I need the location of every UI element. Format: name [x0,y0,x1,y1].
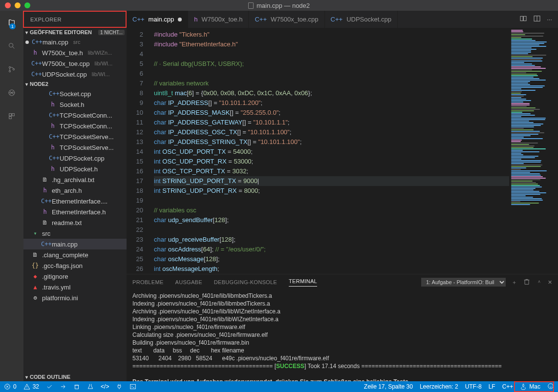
svg-rect-7 [9,117,12,119]
file-type-icon: h [41,208,49,215]
file-item[interactable]: C++TCPSocketServe... [23,131,127,142]
panel-tab[interactable]: DEBUGGING-KONSOLE [214,279,277,285]
file-item[interactable]: ▲.travis.yml [23,282,127,292]
file-item[interactable]: 🗎readme.txt [23,217,127,228]
code-outline-header[interactable]: ▾CODE OUTLINE [23,372,127,381]
file-item[interactable]: ◆.gitignore [23,271,127,282]
file-name: W7500x_toe.h [42,49,83,57]
file-name: readme.txt [52,219,82,227]
status-trash-icon[interactable] [73,383,80,390]
status-feedback-icon[interactable] [547,383,554,391]
file-type-icon: h [31,49,39,56]
editor-tab[interactable]: C++W7500x_toe.cpp [249,11,324,28]
extensions-icon[interactable] [6,110,18,122]
close-traffic-light[interactable] [5,2,11,8]
file-item[interactable]: C++main.cpp [23,239,127,249]
panel-tab[interactable]: TERMINAL [289,278,317,287]
folder-item[interactable]: ▾src [23,228,127,239]
panel-tab[interactable]: AUSGABE [175,279,202,285]
file-name: TCPSocketServe... [60,133,114,141]
file-name: .hg_archival.txt [52,176,94,184]
status-plug-icon[interactable] [116,383,123,390]
file-type-icon: h [194,16,197,23]
terminal-selector[interactable]: 1: Aufgabe - PlatformIO: Buil [421,278,506,287]
file-item[interactable]: C++EthernetInterface.... [23,196,127,206]
file-item[interactable]: hUDPSocket.h [23,164,127,174]
open-editor-item[interactable]: C++main.cppsrc [23,37,127,47]
source-control-icon[interactable] [6,63,18,75]
file-item[interactable]: heth_arch.h [23,185,127,196]
svg-rect-6 [12,114,15,116]
status-target[interactable]: Mac [520,383,540,390]
status-encoding[interactable]: UTF-8 [465,383,482,390]
file-item[interactable]: hSocket.h [23,99,127,110]
file-name: EthernetInterface.h [52,208,106,216]
file-name: Socket.h [60,101,85,108]
file-item[interactable]: 🗎.hg_archival.txt [23,174,127,185]
maximize-panel-icon[interactable]: ＾ [537,279,542,286]
file-item[interactable]: C++UDPSocket.cpp [23,153,127,164]
open-editors-header[interactable]: ▾GEÖFFNETE EDITOREN1 NICHT... [23,28,127,37]
close-panel-icon[interactable]: ✕ [548,279,552,286]
bottom-panel: PROBLEMEAUSGABEDEBUGGING-KONSOLETERMINAL… [127,274,558,381]
modified-dot-icon [25,41,29,44]
file-item[interactable]: C++Socket.cpp [23,88,127,99]
status-warnings[interactable]: 32 [23,383,39,390]
line-gutter: 2345678910111213141516171819202122232425… [127,28,150,274]
split-editor-icon[interactable] [533,15,541,24]
file-type-icon: C++ [255,16,267,23]
file-item[interactable]: 🗎.clang_complete [23,249,127,260]
file-name: UDPSocket.h [60,165,98,173]
file-item[interactable]: {}.gcc-flags.json [23,260,127,271]
tab-label: W7500x_toe.h [202,16,243,23]
svg-rect-8 [520,16,523,21]
status-code-icon[interactable]: </> [101,383,109,390]
file-type-icon: C++ [31,71,39,78]
file-item[interactable]: hTCPSocketServe... [23,142,127,153]
status-beaker-icon[interactable] [87,383,94,390]
file-name: UDPSocket.cpp [42,71,87,78]
search-icon[interactable] [6,40,18,52]
file-type-icon: h [49,165,57,172]
status-language[interactable]: C++ [502,383,514,390]
file-type-icon: C++ [41,241,49,248]
open-editor-item[interactable]: C++UDPSocket.cpplib/WI... [23,69,127,80]
status-eol[interactable]: LF [489,383,495,390]
file-path: lib/WI... [95,61,113,66]
file-item[interactable]: hEthernetInterface.h [23,206,127,217]
editor-tab[interactable]: C++main.cpp [127,11,188,28]
kill-terminal-icon[interactable] [523,278,531,287]
minimap[interactable] [509,28,558,274]
editor-tabs: C++main.cpphW7500x_toe.hC++W7500x_toe.cp… [127,11,558,28]
maximize-traffic-light[interactable] [24,2,30,8]
status-cursor[interactable]: Zeile 17, Spalte 30 [364,383,413,390]
file-type-icon: C++ [331,16,343,23]
file-item[interactable]: C++TCPSocketConn... [23,110,127,121]
open-editor-item[interactable]: C++W7500x_toe.cpplib/WI... [23,58,127,69]
minimize-traffic-light[interactable] [15,2,21,8]
workspace-root-header[interactable]: ▾NODE2 [23,80,127,88]
file-name: platformio.ini [42,294,78,302]
file-item[interactable]: hTCPSocketConn... [23,121,127,131]
panel-tab[interactable]: PROBLEME [132,279,164,285]
status-terminal-icon[interactable] [129,383,136,390]
code-editor[interactable]: #include "Tickers.h"#include "EthernetIn… [150,28,509,274]
svg-point-3 [13,68,14,70]
compare-icon[interactable] [519,15,527,24]
status-build-tick-icon[interactable] [46,383,53,390]
file-type-icon: ⚙ [31,294,39,301]
new-terminal-icon[interactable]: ＋ [512,279,517,286]
svg-rect-9 [524,16,526,21]
editor-tab[interactable]: hW7500x_toe.h [188,11,249,28]
terminal-output[interactable]: Archiving .pioenvs/nucleo_f401re/lib/lib… [127,290,558,381]
status-indent[interactable]: Leerzeichen: 2 [420,383,458,390]
more-icon[interactable]: ··· [547,16,552,23]
titlebar: main.cpp — node2 [0,0,558,11]
open-editor-item[interactable]: hW7500x_toe.hlib/WIZn... [23,47,127,58]
debug-icon[interactable] [6,87,18,99]
svg-rect-5 [9,114,12,116]
status-upload-icon[interactable] [60,383,66,390]
status-errors[interactable]: 0 [4,383,17,390]
editor-tab[interactable]: C++UDPSocket.cpp [325,11,398,28]
file-item[interactable]: ⚙platformio.ini [23,292,127,303]
